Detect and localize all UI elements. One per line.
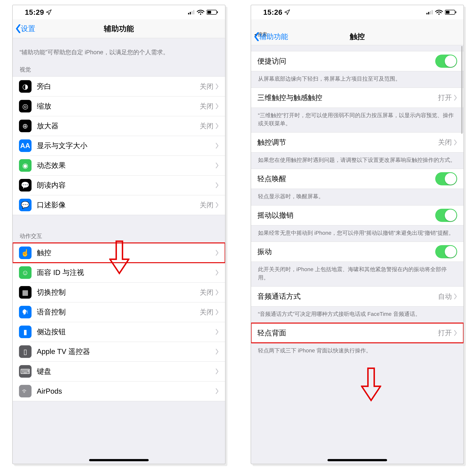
wifi-icon bbox=[197, 10, 204, 15]
row-touch-accommodations[interactable]: 触控调节 关闭 bbox=[251, 133, 463, 152]
row-spoken-content[interactable]: 💬 朗读内容 bbox=[13, 175, 225, 195]
back-label: 辅助功能 bbox=[259, 32, 288, 42]
row-keyboard[interactable]: ⌨ 键盘 bbox=[13, 361, 225, 381]
footer-vibration: 此开关关闭时，iPhone 上包括地震、海啸和其他紧急警报在内的振动将全部停用。 bbox=[251, 262, 463, 286]
row-value: 关闭 bbox=[200, 307, 213, 317]
keyboard-icon: ⌨ bbox=[19, 365, 32, 378]
row-switch-control[interactable]: ▦ 切换控制 关闭 bbox=[13, 283, 225, 302]
appletv-remote-icon: ▯ bbox=[19, 345, 32, 358]
row-label: 切换控制 bbox=[37, 287, 200, 297]
motion-icon: ◉ bbox=[19, 159, 32, 172]
row-value: 关闭 bbox=[438, 138, 452, 147]
row-label: 显示与文字大小 bbox=[37, 141, 215, 151]
side-button-icon: ▮ bbox=[19, 326, 32, 338]
row-3d-touch[interactable]: 三维触控与触感触控 打开 bbox=[251, 88, 463, 108]
back-button[interactable]: 辅助功能 bbox=[254, 32, 288, 42]
row-call-audio[interactable]: 音频通话方式 自动 bbox=[251, 287, 463, 306]
group-vibration: 振动 bbox=[251, 242, 463, 262]
row-reachability[interactable]: 便捷访问 bbox=[251, 51, 463, 71]
group-reachability: 便捷访问 bbox=[251, 51, 463, 71]
group-callaudio: 音频通话方式 自动 bbox=[251, 286, 463, 306]
row-motion[interactable]: ◉ 动态效果 bbox=[13, 156, 225, 175]
row-appletv-remote[interactable]: ▯ Apple TV 遥控器 bbox=[13, 342, 225, 361]
chevron-right-icon bbox=[215, 250, 219, 256]
row-label: 朗读内容 bbox=[37, 180, 215, 190]
footer-accommodations: 如果您在使用触控屏时遇到问题，请调整以下设置更改屏幕响应触控操作的方式。 bbox=[251, 152, 463, 169]
row-value: 关闭 bbox=[200, 288, 213, 297]
row-label: 键盘 bbox=[37, 367, 215, 376]
chevron-right-icon bbox=[215, 289, 219, 295]
row-airpods[interactable]: ᯤ AirPods bbox=[13, 381, 225, 401]
row-back-tap[interactable]: 轻点背面 打开 bbox=[251, 323, 463, 343]
row-value: 关闭 bbox=[200, 201, 213, 210]
footer-tapwake: 轻点显示器时，唤醒屏幕。 bbox=[251, 189, 463, 205]
row-label: 便捷访问 bbox=[257, 56, 435, 66]
battery-icon bbox=[206, 10, 218, 15]
chevron-right-icon bbox=[215, 309, 219, 315]
row-voiceover[interactable]: ◑ 旁白 关闭 bbox=[13, 77, 225, 96]
chevron-right-icon bbox=[215, 182, 219, 188]
wifi-icon bbox=[435, 10, 443, 15]
page-title: 触控 bbox=[350, 32, 365, 42]
back-button[interactable]: 设置 bbox=[16, 24, 35, 34]
row-label: Apple TV 遥控器 bbox=[37, 347, 215, 356]
footer-callaudio: “音频通话方式”可决定用哪种方式接听电话或 FaceTime 音频通话。 bbox=[251, 306, 463, 323]
screenshot-accessibility: 15:29 设置 辅助功能 “辅助功能”可帮助您自定 iPhone，以满足您的个… bbox=[12, 5, 225, 464]
status-bar: 15:26 bbox=[251, 5, 463, 19]
toggle-on[interactable] bbox=[435, 172, 457, 185]
signal-icon bbox=[188, 10, 195, 15]
footer-backtap: 轻点两下或三下 iPhone 背面以快速执行操作。 bbox=[251, 343, 463, 359]
row-label: 触控 bbox=[37, 248, 215, 258]
row-label: 动态效果 bbox=[37, 161, 215, 170]
toggle-on[interactable] bbox=[435, 55, 457, 68]
magnifier-icon: ⊕ bbox=[19, 120, 32, 132]
row-label: AirPods bbox=[37, 387, 215, 395]
row-value: 自动 bbox=[438, 292, 452, 301]
toggle-on[interactable] bbox=[435, 209, 457, 222]
home-indicator bbox=[89, 459, 149, 461]
row-audio-descriptions[interactable]: 💬 口述影像 关闭 bbox=[13, 195, 225, 215]
chevron-right-icon bbox=[454, 140, 457, 145]
home-indicator bbox=[327, 459, 387, 461]
toggle-on[interactable] bbox=[435, 245, 457, 258]
nav-bar: 设置 辅助功能 bbox=[13, 19, 225, 38]
row-label: 轻点唤醒 bbox=[257, 174, 435, 184]
list-vision: ◑ 旁白 关闭 ◎ 缩放 关闭 ⊕ 放大器 关闭 AA 显示与文字大小 bbox=[13, 76, 225, 215]
row-touch[interactable]: ☝ 触控 bbox=[13, 243, 225, 263]
location-icon bbox=[46, 9, 52, 15]
row-shake-undo[interactable]: 摇动以撤销 bbox=[251, 205, 463, 225]
row-value: 关闭 bbox=[200, 102, 213, 111]
chevron-right-icon bbox=[215, 329, 219, 335]
chevron-right-icon bbox=[215, 369, 219, 374]
group-shake: 摇动以撤销 bbox=[251, 205, 463, 225]
zoom-icon: ◎ bbox=[19, 100, 32, 112]
row-side-button[interactable]: ▮ 侧边按钮 bbox=[13, 322, 225, 342]
row-label: 轻点背面 bbox=[257, 328, 438, 338]
screenshot-touch: 15:26 ◀搜索 辅助功能 触控 便捷访问 从屏幕底部边缘向下轻扫，将屏幕上方… bbox=[251, 5, 464, 464]
row-voice-control[interactable]: 🗣 语音控制 关闭 bbox=[13, 302, 225, 322]
row-display-text[interactable]: AA 显示与文字大小 bbox=[13, 136, 225, 156]
airpods-icon: ᯤ bbox=[19, 385, 32, 397]
row-faceid[interactable]: ☺ 面容 ID 与注视 bbox=[13, 263, 225, 283]
row-tap-to-wake[interactable]: 轻点唤醒 bbox=[251, 169, 463, 189]
nav-bar: ◀搜索 辅助功能 触控 bbox=[251, 19, 463, 45]
chevron-right-icon bbox=[215, 349, 219, 355]
row-vibration[interactable]: 振动 bbox=[251, 242, 463, 262]
voice-control-icon: 🗣 bbox=[19, 306, 32, 318]
row-label: 旁白 bbox=[37, 82, 200, 91]
row-label: 振动 bbox=[257, 247, 435, 256]
row-label: 口述影像 bbox=[37, 200, 200, 210]
row-label: 音频通话方式 bbox=[257, 291, 438, 301]
chevron-right-icon bbox=[215, 123, 219, 129]
chevron-right-icon bbox=[454, 294, 457, 299]
audio-descriptions-icon: 💬 bbox=[19, 199, 32, 211]
footer-reachability: 从屏幕底部边缘向下轻扫，将屏幕上方项目拉至可及范围。 bbox=[251, 71, 463, 88]
status-bar: 15:29 bbox=[13, 5, 225, 19]
chevron-right-icon bbox=[215, 84, 219, 89]
row-zoom[interactable]: ◎ 缩放 关闭 bbox=[13, 96, 225, 116]
group-header-motor: 动作交互 bbox=[13, 215, 225, 243]
row-magnifier[interactable]: ⊕ 放大器 关闭 bbox=[13, 116, 225, 136]
annotation-arrow bbox=[361, 368, 381, 402]
footer-3dtouch: “三维触控”打开时，您可以使用强弱不同的压力按压屏幕，以显示内容预览、操作或关联… bbox=[251, 108, 463, 132]
touch-icon: ☝ bbox=[19, 247, 32, 259]
